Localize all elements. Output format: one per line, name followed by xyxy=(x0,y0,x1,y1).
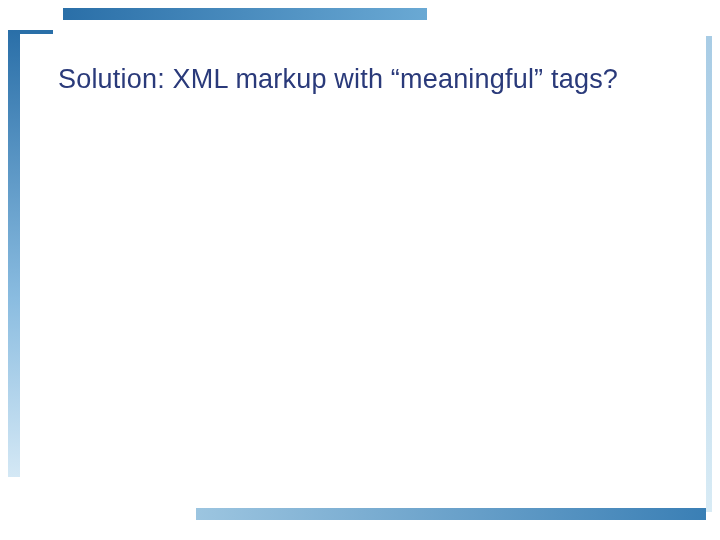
border-left xyxy=(8,30,20,477)
border-bottom xyxy=(196,508,706,520)
slide-frame: Solution: XML markup with “meaningful” t… xyxy=(8,8,712,532)
border-top xyxy=(63,8,427,20)
slide-title: Solution: XML markup with “meaningful” t… xyxy=(58,64,672,95)
border-right xyxy=(706,36,712,512)
